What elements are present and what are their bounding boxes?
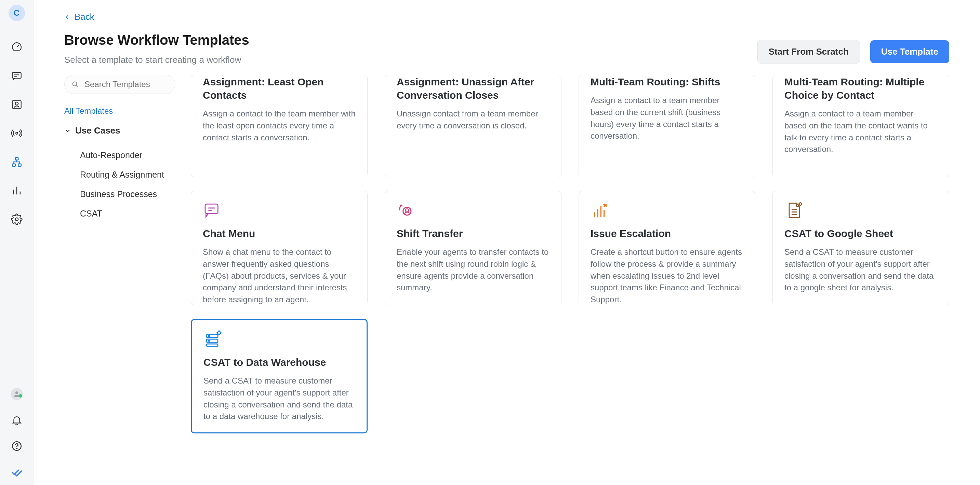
card-desc: Send a CSAT to measure customer satisfac… [204,375,355,423]
card-title: Assignment: Least Open Contacts [203,75,356,102]
svg-rect-17 [207,344,218,346]
svg-point-19 [208,340,210,341]
chevron-down-icon [64,127,71,134]
sidebar-item-auto-responder[interactable]: Auto-Responder [64,146,181,165]
broadcast-icon [11,127,22,139]
card-title: CSAT to Google Sheet [784,227,937,240]
card-desc: Send a CSAT to measure customer satisfac… [784,246,937,294]
nav-broadcast[interactable] [8,125,25,141]
workflow-icon [11,156,22,168]
nav-settings[interactable] [8,211,25,227]
nav-reports[interactable] [8,182,25,199]
gear-icon [11,214,22,225]
svg-point-11 [73,82,77,86]
data-warehouse-icon [204,330,355,349]
card-desc: Assign a contact to a team member based … [590,95,743,142]
card-title: Assignment: Unassign After Conversation … [397,75,549,102]
bell-icon [11,414,22,426]
brand-check-icon [11,466,22,478]
chevron-left-icon [64,14,70,20]
page-subtitle: Select a template to start creating a wo… [64,55,249,65]
card-desc: Show a chat menu to the contact to answe… [203,246,356,306]
search-icon [71,80,80,90]
svg-point-10 [16,448,17,449]
nav-workflows[interactable] [8,154,25,170]
sidebar-item-routing-assignment[interactable]: Routing & Assignment [64,165,181,184]
chat-bubble-icon [203,201,356,220]
nav-dashboard[interactable] [8,39,25,55]
template-card-issue-escalation[interactable]: Issue Escalation Create a shortcut butto… [579,191,755,305]
template-card-csat-data-warehouse[interactable]: CSAT to Data Warehouse Send a CSAT to me… [191,319,368,433]
template-card-shift-transfer[interactable]: Shift Transfer Enable your agents to tra… [385,191,562,305]
help-icon [11,440,22,452]
card-desc: Assign a contact to the team member with… [203,108,356,143]
template-card-multi-team-choice[interactable]: Multi-Team Routing: Multiple Choice by C… [772,75,949,177]
start-from-scratch-button[interactable]: Start From Scratch [757,40,860,63]
svg-rect-4 [15,157,18,160]
sidebar-group-label: Use Cases [75,125,120,136]
svg-point-7 [15,218,18,221]
card-title: Shift Transfer [397,227,549,240]
svg-rect-5 [12,164,15,166]
card-title: CSAT to Data Warehouse [204,355,355,369]
sidebar-group-use-cases[interactable]: Use Cases [64,125,181,136]
card-desc: Enable your agents to transfer contacts … [397,246,549,294]
sidebar-item-business-processes[interactable]: Business Processes [64,184,181,204]
svg-rect-0 [12,73,21,78]
template-card-assignment-unassign[interactable]: Assignment: Unassign After Conversation … [385,75,562,177]
search-input[interactable] [64,75,175,94]
page-title: Browse Workflow Templates [64,32,249,48]
presence-dot [19,394,22,398]
escalation-icon [590,201,743,220]
card-title: Multi-Team Routing: Multiple Choice by C… [784,75,937,102]
back-label: Back [75,12,94,22]
card-desc: Create a shortcut button to ensure agent… [590,246,743,306]
sidebar-item-csat[interactable]: CSAT [64,204,181,223]
card-title: Chat Menu [203,227,356,240]
svg-point-2 [15,102,18,105]
contact-card-icon [11,99,22,110]
svg-rect-6 [18,164,21,166]
template-card-csat-google-sheet[interactable]: CSAT to Google Sheet Send a CSAT to meas… [772,191,949,305]
nav-profile[interactable] [8,386,25,403]
nav-help[interactable] [8,438,25,454]
nav-messages[interactable] [8,68,25,84]
svg-point-18 [208,335,210,336]
card-desc: Assign a contact to a team member based … [784,108,937,155]
org-avatar[interactable]: C [8,5,25,21]
nav-brand[interactable] [8,464,25,480]
nav-notifications[interactable] [8,412,25,428]
svg-point-3 [16,132,18,134]
template-card-multi-team-shifts[interactable]: Multi-Team Routing: Shifts Assign a cont… [579,75,755,177]
card-title: Multi-Team Routing: Shifts [590,75,743,89]
nav-contacts[interactable] [8,96,25,113]
sheet-icon [784,201,937,220]
card-desc: Unassign contact from a team member ever… [397,108,549,132]
chat-icon [11,70,22,82]
template-card-chat-menu[interactable]: Chat Menu Show a chat menu to the contac… [191,191,368,305]
shift-transfer-icon [397,201,549,220]
use-template-button[interactable]: Use Template [870,40,949,63]
back-link[interactable]: Back [64,12,94,22]
card-title: Issue Escalation [590,227,743,240]
template-card-assignment-least-open[interactable]: Assignment: Least Open Contacts Assign a… [191,75,368,177]
speedometer-icon [11,41,22,53]
bars-icon [11,185,22,197]
svg-point-8 [15,391,18,394]
svg-rect-12 [205,204,218,214]
all-templates-link[interactable]: All Templates [64,106,113,116]
